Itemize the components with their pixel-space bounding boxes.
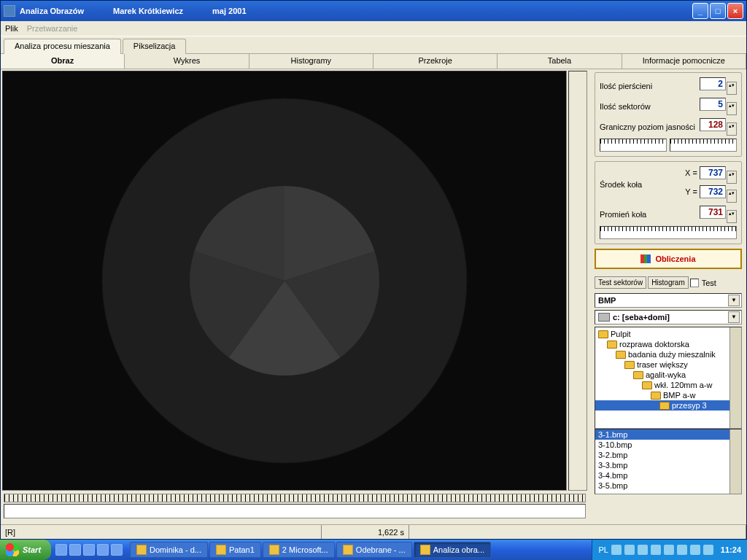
analysis-overlay bbox=[95, 91, 474, 470]
tree-item[interactable]: Pulpit bbox=[595, 329, 741, 339]
rings-value[interactable]: 2 bbox=[700, 77, 726, 90]
vertical-slider[interactable] bbox=[568, 71, 587, 491]
ql-icon[interactable] bbox=[97, 544, 109, 556]
radius-value[interactable]: 731 bbox=[700, 206, 726, 219]
test-sectors-button[interactable]: Test sektorów bbox=[595, 276, 646, 289]
tray-icon[interactable] bbox=[651, 545, 661, 555]
radius-spin[interactable]: ▴▾ bbox=[727, 210, 737, 223]
file-item[interactable]: 3-2.bmp bbox=[595, 450, 741, 460]
radius-ruler[interactable] bbox=[600, 226, 737, 239]
bottom-controls bbox=[1, 492, 589, 524]
tree-item[interactable]: BMP a-w bbox=[595, 390, 741, 400]
ql-icon[interactable] bbox=[83, 544, 95, 556]
histogram-button[interactable]: Histogram bbox=[648, 276, 689, 289]
ql-icon[interactable] bbox=[69, 544, 81, 556]
tab-wykres[interactable]: Wykres bbox=[125, 54, 249, 69]
minimize-button[interactable]: _ bbox=[692, 3, 708, 19]
app-window: Analiza Obrazów Marek Krótkiewicz maj 20… bbox=[0, 0, 747, 540]
calculate-button[interactable]: Obliczenia bbox=[595, 249, 742, 269]
chevron-down-icon: ▼ bbox=[728, 311, 740, 323]
tree-item[interactable]: przesyp 3 bbox=[595, 400, 741, 411]
ruler-a[interactable] bbox=[600, 139, 667, 152]
tray-icon[interactable] bbox=[703, 545, 713, 555]
close-button[interactable]: × bbox=[727, 3, 743, 19]
rings-spin[interactable]: ▴▾ bbox=[727, 82, 737, 95]
filetype-dropdown[interactable]: BMP▼ bbox=[595, 293, 742, 308]
sectors-label: Ilość sektorów bbox=[600, 102, 651, 111]
tree-item[interactable]: agalit-wyka bbox=[595, 370, 741, 380]
title-app: Analiza Obrazów bbox=[20, 7, 84, 15]
radius-label: Promień koła bbox=[600, 210, 646, 219]
tab-przekroje[interactable]: Przekroje bbox=[374, 54, 498, 69]
lang-indicator[interactable]: PL bbox=[598, 545, 608, 554]
task-icon bbox=[343, 545, 353, 555]
taskbar-task[interactable]: 2 Microsoft... bbox=[263, 542, 335, 558]
params-panel-2: Środek koła X = 737▴▾ Y = 732▴▾ Promień … bbox=[595, 161, 742, 244]
x-spin[interactable]: ▴▾ bbox=[727, 171, 737, 184]
task-icon bbox=[269, 545, 279, 555]
tab-obraz[interactable]: Obraz bbox=[1, 54, 125, 69]
tree-item[interactable]: wkł. 120mm a-w bbox=[595, 380, 741, 390]
ruler-b[interactable] bbox=[670, 139, 737, 152]
x-value[interactable]: 737 bbox=[700, 166, 726, 179]
tray-icon[interactable] bbox=[690, 545, 700, 555]
file-item[interactable]: 3-5.bmp bbox=[595, 481, 741, 491]
taskbar-task[interactable]: Dominika - d... bbox=[130, 542, 208, 558]
tab-histogramy[interactable]: Histogramy bbox=[249, 54, 374, 69]
y-spin[interactable]: ▴▾ bbox=[727, 190, 737, 203]
tab-mixing-analysis[interactable]: Analiza procesu mieszania bbox=[4, 39, 121, 54]
clock[interactable]: 11:24 bbox=[721, 545, 741, 554]
taskbar-task[interactable]: Odebrane - ... bbox=[336, 542, 412, 558]
file-list[interactable]: 3-1.bmp3-10.bmp3-2.bmp3-3.bmp3-4.bmp3-5.… bbox=[595, 429, 742, 494]
tree-item[interactable]: rozprawa doktorska bbox=[595, 339, 741, 349]
tray-icon[interactable] bbox=[611, 545, 622, 555]
folder-tree[interactable]: Pulpitrozprawa doktorskabadania duży mie… bbox=[595, 327, 742, 429]
tree-item[interactable]: badania duży mieszalnik bbox=[595, 349, 741, 359]
test-check-label: Test bbox=[702, 279, 716, 287]
ql-icon[interactable] bbox=[55, 544, 67, 556]
tab-pixelization[interactable]: Pikselizacja bbox=[123, 39, 186, 54]
menu-processing[interactable]: Przetwarzanie bbox=[27, 24, 78, 33]
center-label: Środek koła bbox=[600, 180, 642, 189]
file-item[interactable]: 3-4.bmp bbox=[595, 470, 741, 481]
tree-scrollbar[interactable] bbox=[729, 327, 741, 428]
tray-icon[interactable] bbox=[677, 545, 687, 555]
params-panel-1: Ilość pierścieni 2▴▾ Ilość sektorów 5▴▾ … bbox=[595, 72, 742, 157]
file-item[interactable]: 3-1.bmp bbox=[595, 429, 741, 440]
tree-item[interactable]: traser większy bbox=[595, 359, 741, 370]
system-tray: PL 11:24 bbox=[592, 540, 747, 560]
taskbar-task[interactable]: Analiza obra... bbox=[414, 542, 491, 558]
maximize-button[interactable]: □ bbox=[710, 3, 726, 19]
file-item[interactable]: 3-10.bmp bbox=[595, 440, 741, 450]
x-label: X = bbox=[685, 168, 697, 177]
image-canvas[interactable] bbox=[2, 71, 567, 491]
tabs-secondary: ObrazWykresHistogramyPrzekrojeTabelaInfo… bbox=[1, 53, 746, 69]
tab-informacje-pomocnicze[interactable]: Informacje pomocnicze bbox=[622, 54, 746, 69]
tray-icon[interactable] bbox=[638, 545, 648, 555]
sectors-value[interactable]: 5 bbox=[700, 98, 726, 111]
tray-icon[interactable] bbox=[624, 545, 635, 555]
tray-icon[interactable] bbox=[664, 545, 674, 555]
filelist-scrollbar[interactable] bbox=[729, 429, 741, 494]
brightness-value[interactable]: 128 bbox=[700, 118, 726, 131]
ql-icon[interactable] bbox=[111, 544, 123, 556]
drive-dropdown[interactable]: c: [seba+domi]▼ bbox=[595, 310, 742, 324]
file-item[interactable]: 3-3.bmp bbox=[595, 460, 741, 470]
brightness-label: Graniczny poziom jasności bbox=[600, 122, 695, 131]
tab-tabela[interactable]: Tabela bbox=[498, 54, 622, 69]
y-value[interactable]: 732 bbox=[700, 185, 726, 198]
taskbar-tasks: Dominika - d...Patan12 Microsoft...Odebr… bbox=[127, 542, 592, 558]
menubar: Plik Przetwarzanie bbox=[1, 21, 746, 36]
title-author: Marek Krótkiewicz bbox=[113, 7, 183, 15]
chevron-down-icon: ▼ bbox=[728, 295, 740, 306]
bottom-input[interactable] bbox=[4, 504, 586, 518]
test-checkbox[interactable] bbox=[690, 279, 699, 287]
title-date: maj 2001 bbox=[212, 7, 246, 15]
start-button[interactable]: Start bbox=[0, 540, 51, 560]
sectors-spin[interactable]: ▴▾ bbox=[727, 102, 737, 115]
brightness-spin[interactable]: ▴▾ bbox=[727, 122, 737, 136]
right-panel: Ilość pierścieni 2▴▾ Ilość sektorów 5▴▾ … bbox=[592, 69, 746, 524]
horizontal-ruler[interactable] bbox=[4, 494, 586, 502]
taskbar-task[interactable]: Patan1 bbox=[209, 542, 261, 558]
menu-file[interactable]: Plik bbox=[5, 24, 18, 33]
